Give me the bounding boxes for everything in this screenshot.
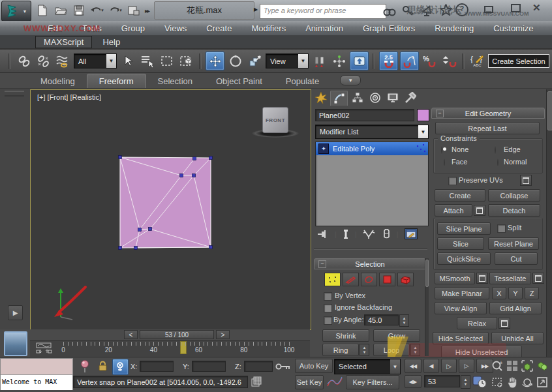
menu-maxscript[interactable]: MAXScript — [35, 36, 92, 48]
border-mode-icon[interactable] — [361, 273, 377, 286]
ring-spinner[interactable]: ▲▼ — [360, 344, 369, 356]
redo-icon[interactable]: ▼ — [108, 3, 123, 18]
modify-tab-icon[interactable] — [330, 91, 348, 106]
selection-filter-dropdown[interactable]: All▼ — [74, 53, 117, 68]
ribbon-tab-modeling[interactable]: Modeling — [29, 74, 87, 88]
application-menu-button[interactable]: ▼ — [1, 1, 31, 22]
mirror-icon[interactable] — [311, 52, 328, 70]
key-filters-button[interactable]: Key Filters... — [346, 375, 399, 389]
msmooth-button[interactable]: MSmooth — [435, 272, 475, 284]
select-and-rotate-icon[interactable] — [226, 52, 244, 70]
column-scrollbar[interactable] — [425, 258, 429, 356]
ribbon-tab-freeform[interactable]: Freeform — [87, 74, 146, 88]
new-file-icon[interactable] — [35, 3, 50, 18]
undo-icon[interactable]: ▼ — [90, 3, 104, 18]
spinner-snap-toggle-icon[interactable] — [440, 52, 458, 70]
selection-rollout-header[interactable]: − Selection — [314, 258, 426, 269]
unlink-selection-icon[interactable] — [35, 52, 52, 70]
zoom-all-icon[interactable] — [504, 359, 519, 373]
modifier-list-dropdown[interactable]: Modifier List▼ — [315, 125, 429, 139]
select-by-name-icon[interactable] — [138, 52, 156, 70]
utilities-tab-icon[interactable] — [402, 91, 418, 105]
minimize-icon[interactable] — [484, 5, 496, 14]
collapse-rollout-icon[interactable]: − — [318, 260, 326, 268]
named-selection-set-field[interactable]: Create Selection — [488, 54, 549, 68]
y-coordinate-field[interactable] — [192, 361, 226, 372]
set-keys-curve-icon[interactable] — [326, 376, 343, 389]
create-button[interactable]: Create — [435, 189, 485, 202]
keyboard-shortcut-override-icon[interactable] — [350, 52, 369, 70]
constraint-normal-radio[interactable] — [497, 158, 498, 167]
ribbon-tab-populate[interactable]: Populate — [274, 74, 331, 88]
relax-settings-icon[interactable] — [498, 318, 510, 329]
percent-snap-toggle-icon[interactable]: % — [421, 52, 438, 70]
close-icon[interactable]: ✕ — [532, 2, 541, 14]
key-mode-toggle-button[interactable]: ◀▶ — [405, 375, 422, 388]
grid-align-button[interactable]: Grid Align — [489, 302, 542, 314]
msmooth-settings-icon[interactable] — [476, 273, 488, 284]
menu-customize[interactable]: Customize — [483, 23, 543, 33]
viewport-layout-tab-button[interactable] — [4, 331, 27, 356]
preserve-uvs-checkbox[interactable] — [448, 177, 457, 185]
polygon-mode-icon[interactable] — [379, 273, 395, 286]
menu-animation[interactable]: Animation — [296, 23, 353, 33]
listener-output-pane[interactable]: Welcome to MAX — [1, 375, 72, 390]
relax-button[interactable]: Relax — [457, 317, 497, 329]
infocenter-search-input[interactable]: Type a keyword or phrase — [260, 4, 386, 19]
orbit-icon[interactable] — [519, 375, 534, 389]
by-vertex-checkbox[interactable] — [324, 292, 332, 301]
bind-to-space-warp-icon[interactable] — [54, 52, 72, 70]
repeat-last-button[interactable]: Repeat Last — [435, 122, 540, 134]
object-color-swatch[interactable] — [417, 109, 429, 121]
ring-button[interactable]: Ring — [322, 344, 359, 356]
expand-panel-button[interactable]: ▶ — [8, 305, 23, 320]
reset-plane-button[interactable]: Reset Plane — [488, 237, 539, 250]
vertex-mode-icon[interactable] — [324, 273, 341, 286]
selection-set-dropdown[interactable]: Selected▼ — [334, 359, 401, 374]
pan-hand-icon[interactable] — [504, 375, 519, 389]
select-and-link-icon[interactable] — [15, 52, 33, 70]
display-tab-icon[interactable] — [384, 91, 401, 105]
save-file-icon[interactable] — [72, 3, 86, 18]
reference-coordsys-dropdown[interactable]: View▼ — [266, 53, 309, 68]
by-angle-value-field[interactable]: 45.0 — [364, 314, 399, 325]
split-checkbox[interactable] — [497, 224, 506, 233]
configure-modifier-sets-icon[interactable] — [405, 228, 418, 239]
constraint-face-radio[interactable] — [444, 158, 445, 167]
rectangular-selection-region-icon[interactable] — [158, 52, 176, 70]
collapse-rollout-icon[interactable]: − — [436, 110, 444, 117]
maximize-icon[interactable] — [510, 3, 522, 13]
absolute-offset-mode-icon[interactable] — [112, 359, 129, 375]
motion-tab-icon[interactable] — [367, 91, 383, 105]
attach-button[interactable]: Attach — [435, 204, 472, 217]
by-angle-checkbox[interactable] — [324, 316, 332, 325]
slice-button[interactable]: Slice — [437, 237, 484, 250]
modifier-stack[interactable]: ✦ Editable Poly — [315, 142, 429, 226]
panel-scrollbar[interactable] — [546, 89, 552, 357]
previous-frame-arrow[interactable]: < — [124, 330, 138, 339]
qat-overflow-icon[interactable]: ▸▸ — [145, 7, 149, 14]
zoom-extents-all-icon[interactable] — [534, 359, 549, 373]
select-object-icon[interactable] — [119, 52, 136, 70]
make-planar-button[interactable]: Make Planar — [435, 287, 489, 299]
goto-start-button[interactable]: ◀◀ — [405, 359, 422, 373]
menu-views[interactable]: Views — [155, 23, 196, 33]
pin-stack-icon[interactable] — [317, 229, 329, 239]
next-frame-arrow[interactable]: > — [216, 330, 230, 339]
open-file-icon[interactable] — [54, 3, 68, 18]
listener-macro-pane[interactable] — [1, 359, 72, 375]
play-button[interactable]: ▷ — [441, 359, 457, 373]
grid-key-icon[interactable] — [275, 362, 291, 371]
viewport-front[interactable]: [+] [Front] [Realistic] FRONT — [30, 89, 311, 330]
left-strip-grip[interactable] — [5, 91, 24, 97]
slice-plane-button[interactable]: Slice Plane — [437, 222, 491, 235]
select-and-scale-icon[interactable] — [246, 52, 264, 70]
collapse-button[interactable]: Collapse — [488, 189, 540, 202]
show-end-result-icon[interactable] — [343, 229, 349, 239]
ribbon-tab-selection[interactable]: Selection — [146, 74, 204, 88]
ignore-backfacing-checkbox[interactable] — [324, 304, 332, 312]
element-mode-icon[interactable] — [397, 273, 414, 286]
time-configuration-icon[interactable] — [472, 375, 487, 388]
make-planar-x-button[interactable]: X — [492, 287, 506, 299]
search-binoculars-icon[interactable] — [382, 4, 397, 18]
